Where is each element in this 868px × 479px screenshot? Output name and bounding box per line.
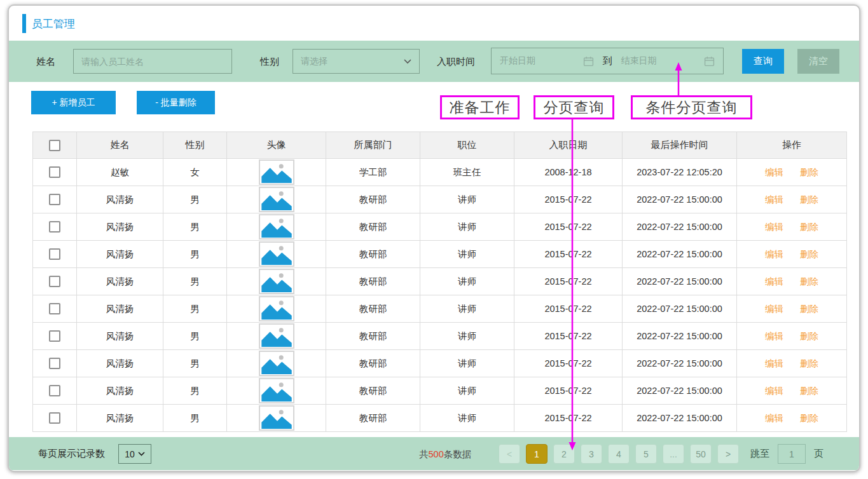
calendar-icon[interactable] [704, 56, 715, 67]
edit-link[interactable]: 编辑 [765, 304, 783, 314]
ops-cell: 编辑删除 [737, 323, 847, 350]
delete-link[interactable]: 删除 [800, 276, 818, 287]
page-button[interactable]: 50 [690, 444, 712, 464]
entry-date-cell: 2015-07-22 [514, 405, 623, 432]
search-bar: 姓名 性别 请选择 入职时间 开始日期 到 结束日期 [9, 41, 859, 82]
delete-link[interactable]: 删除 [800, 167, 818, 177]
table-row: 风清扬 男 教研部 讲师 2015-07-22 2022-07-22 15:00… [33, 186, 847, 213]
row-checkbox[interactable] [49, 330, 60, 342]
delete-link[interactable]: 删除 [800, 413, 818, 423]
name-cell: 风清扬 [77, 323, 163, 350]
next-page-button[interactable]: > [717, 444, 739, 464]
edit-link[interactable]: 编辑 [765, 249, 783, 259]
delete-link[interactable]: 删除 [800, 249, 818, 259]
gender-cell: 男 [163, 295, 227, 323]
gender-select-value: 请选择 [301, 56, 404, 67]
row-checkbox[interactable] [49, 221, 60, 233]
jump-page-input[interactable] [778, 444, 806, 464]
total-suffix: 条数据 [444, 449, 472, 459]
clear-button[interactable]: 清空 [797, 49, 839, 74]
department-cell: 教研部 [326, 268, 420, 295]
hire-date-range[interactable]: 开始日期 到 结束日期 [491, 48, 724, 74]
start-date-placeholder: 开始日期 [500, 55, 583, 67]
broken-image-icon [261, 381, 292, 401]
avatar-cell [227, 213, 326, 241]
page-button[interactable]: 4 [608, 444, 630, 464]
gender-cell: 男 [163, 323, 227, 350]
row-checkbox[interactable] [49, 412, 60, 424]
row-checkbox[interactable] [49, 166, 60, 178]
title-accent-bar [22, 14, 26, 33]
total-count: 500 [429, 449, 444, 459]
row-select-cell [33, 377, 77, 405]
prev-page-button[interactable]: < [499, 444, 520, 464]
avatar-image-placeholder [259, 269, 294, 294]
table-row: 风清扬 男 教研部 讲师 2015-07-22 2022-07-22 15:00… [33, 350, 847, 377]
select-all-checkbox[interactable] [49, 140, 60, 151]
column-header: 入职日期 [514, 132, 623, 159]
row-select-cell [33, 159, 77, 186]
delete-link[interactable]: 删除 [800, 358, 818, 368]
row-checkbox[interactable] [49, 248, 60, 260]
edit-link[interactable]: 编辑 [765, 413, 783, 423]
row-checkbox[interactable] [49, 358, 60, 369]
edit-link[interactable]: 编辑 [765, 194, 783, 205]
row-checkbox[interactable] [49, 303, 60, 314]
avatar-cell [227, 295, 326, 323]
edit-link[interactable]: 编辑 [765, 358, 783, 368]
row-select-cell [33, 295, 77, 323]
position-cell: 讲师 [420, 323, 514, 350]
avatar-cell [227, 323, 326, 350]
department-cell: 教研部 [326, 295, 420, 323]
add-employee-button[interactable]: + 新增员工 [31, 91, 116, 114]
delete-link[interactable]: 删除 [800, 331, 818, 341]
name-cell: 赵敏 [77, 159, 163, 186]
row-checkbox[interactable] [49, 276, 60, 287]
entry-date-cell: 2015-07-22 [514, 350, 623, 377]
annotation-conditional-pagination-query: 条件分页查询 [631, 95, 752, 119]
delete-link[interactable]: 删除 [800, 194, 818, 205]
broken-image-icon [261, 326, 292, 347]
total-records-text: 共500条数据 [419, 449, 471, 461]
last-operation-time-cell: 2022-07-22 15:00:00 [623, 350, 737, 377]
name-cell: 风清扬 [77, 377, 163, 405]
last-operation-time-cell: 2022-07-22 15:00:00 [623, 377, 737, 405]
hire-date-label: 入职时间 [437, 56, 475, 68]
edit-link[interactable]: 编辑 [765, 276, 783, 287]
page-button[interactable]: 1 [526, 444, 548, 464]
gender-select[interactable]: 请选择 [293, 49, 420, 74]
row-checkbox[interactable] [49, 385, 60, 396]
jump-to-page: 跳至 页 [750, 444, 823, 464]
ellipsis-page-button[interactable]: ... [663, 444, 684, 464]
delete-link[interactable]: 删除 [800, 304, 818, 314]
page-size-select[interactable]: 10 [118, 444, 151, 464]
gender-cell: 男 [163, 241, 227, 268]
page-button[interactable]: 5 [635, 444, 657, 464]
edit-link[interactable]: 编辑 [765, 222, 783, 232]
edit-link[interactable]: 编辑 [765, 386, 783, 396]
column-header: 最后操作时间 [623, 132, 737, 159]
employee-management-page: 员工管理 姓名 性别 请选择 入职时间 开始日期 到 [0, 0, 868, 479]
delete-link[interactable]: 删除 [800, 386, 818, 396]
delete-link[interactable]: 删除 [800, 222, 818, 232]
batch-delete-button[interactable]: - 批量删除 [137, 91, 215, 114]
employee-table: 姓名性别头像所属部门职位入职日期最后操作时间操作 赵敏 女 学工部 班主任 20… [32, 132, 847, 432]
query-button[interactable]: 查询 [742, 49, 784, 74]
department-cell: 教研部 [326, 323, 420, 350]
page-button[interactable]: 2 [553, 444, 575, 464]
row-checkbox[interactable] [49, 194, 60, 205]
edit-link[interactable]: 编辑 [765, 167, 783, 177]
last-operation-time-cell: 2022-07-22 15:00:00 [623, 295, 737, 323]
column-header: 操作 [737, 132, 847, 159]
employee-name-input[interactable] [73, 49, 232, 74]
row-select-cell [33, 323, 77, 350]
chevron-down-icon [404, 59, 411, 64]
gender-cell: 女 [163, 159, 227, 186]
annotation-preparation: 准备工作 [440, 95, 520, 119]
table-row: 风清扬 男 教研部 讲师 2015-07-22 2022-07-22 15:00… [33, 405, 847, 432]
calendar-icon[interactable] [583, 56, 594, 67]
edit-link[interactable]: 编辑 [765, 331, 783, 341]
position-cell: 班主任 [420, 159, 514, 186]
page-button[interactable]: 3 [581, 444, 602, 464]
name-cell: 风清扬 [77, 295, 163, 323]
